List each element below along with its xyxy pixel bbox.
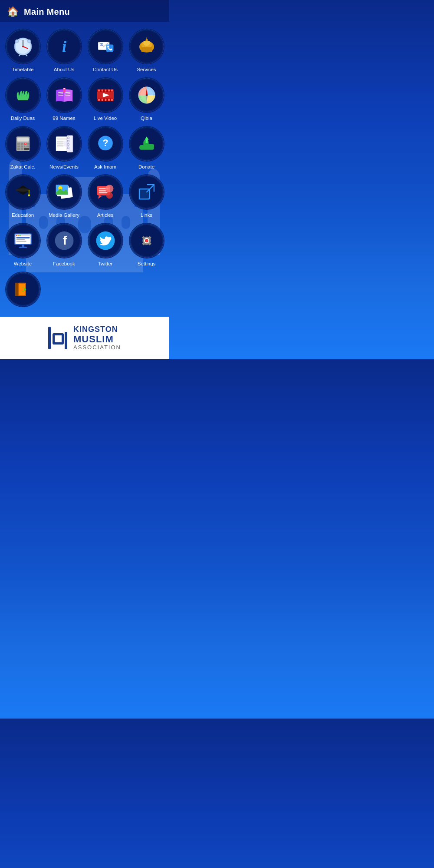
education-icon (7, 176, 39, 208)
svg-line-39 (65, 96, 70, 96)
99-names-label: 99 Names (53, 116, 75, 122)
menu-item-live-video[interactable]: Live Video (87, 77, 124, 122)
svg-point-109 (106, 192, 112, 199)
svg-rect-68 (20, 145, 23, 147)
links-icon (131, 176, 162, 208)
menu-item-media-gallery[interactable]: Media Gallery (46, 174, 82, 219)
svg-rect-102 (56, 192, 68, 195)
logo-bar-left (48, 327, 51, 349)
svg-rect-66 (27, 142, 29, 145)
ask-imam-icon: ? (90, 128, 121, 159)
menu-item-more[interactable] (4, 272, 41, 310)
articles-label: Articles (97, 212, 114, 219)
svg-point-18 (15, 40, 19, 43)
menu-item-ask-imam[interactable]: ? Ask Imam (87, 126, 124, 170)
svg-rect-106 (99, 190, 106, 192)
svg-text:f: f (62, 234, 67, 247)
svg-rect-51 (101, 99, 103, 101)
svg-rect-48 (108, 89, 110, 92)
menu-item-timetable[interactable]: Timetable (4, 29, 41, 73)
svg-rect-71 (17, 148, 20, 150)
svg-rect-131 (19, 284, 25, 295)
services-label: Services (137, 67, 156, 73)
zakat-calc-label: Zakat Calc. (10, 164, 35, 170)
svg-point-117 (17, 235, 19, 236)
svg-text:?: ? (102, 137, 108, 148)
contact-us-label: Contact Us (93, 67, 118, 73)
settings-label: Settings (138, 261, 156, 267)
menu-item-settings[interactable]: Settings (128, 223, 165, 267)
logo-square (53, 333, 64, 345)
articles-icon (90, 176, 121, 208)
svg-text:@: @ (99, 42, 103, 46)
menu-item-services[interactable]: Services (128, 29, 165, 73)
donate-icon (131, 128, 162, 159)
menu-item-99-names[interactable]: 99 Names (46, 77, 82, 122)
menu-grid: Timetable i About Us @ Contact Us Servic… (0, 22, 169, 317)
contact-us-icon: @ (90, 31, 121, 62)
svg-rect-47 (105, 89, 106, 92)
svg-line-37 (65, 92, 70, 93)
menu-item-qibla[interactable]: Qibla (128, 77, 165, 122)
menu-item-facebook[interactable]: f Facebook (46, 223, 82, 267)
svg-rect-46 (101, 89, 103, 92)
menu-item-daily-duas[interactable]: Daily Duas (4, 77, 41, 122)
menu-item-links[interactable]: Links (128, 174, 165, 219)
svg-line-34 (58, 92, 63, 93)
svg-text:×: × (25, 145, 26, 147)
live-video-icon (90, 80, 121, 111)
facebook-icon: f (49, 225, 80, 256)
services-icon (131, 31, 162, 62)
timetable-label: Timetable (12, 67, 33, 73)
svg-rect-62 (17, 137, 28, 141)
svg-rect-79 (57, 143, 63, 144)
svg-rect-123 (19, 247, 26, 248)
menu-item-twitter[interactable]: Twitter (87, 223, 124, 267)
svg-point-118 (19, 235, 20, 236)
menu-item-education[interactable]: Education (4, 174, 41, 219)
svg-rect-31 (141, 47, 152, 52)
menu-item-donate[interactable]: Donate (128, 126, 165, 170)
footer-text: KINGSTON MUSLIM ASSOCIATION (73, 325, 121, 351)
footer-brand-line1: KINGSTON (73, 325, 121, 334)
svg-point-94 (28, 195, 30, 197)
settings-icon (131, 225, 162, 256)
footer: KINGSTON MUSLIM ASSOCIATION (0, 317, 169, 359)
website-label: Website (14, 261, 32, 267)
svg-rect-64 (20, 142, 23, 145)
svg-point-129 (145, 240, 148, 242)
media-gallery-icon (49, 176, 80, 208)
svg-point-32 (145, 39, 148, 41)
app-header: 🏠 Main Menu (0, 0, 169, 22)
svg-point-41 (63, 88, 65, 89)
svg-point-108 (105, 185, 113, 193)
svg-rect-115 (15, 235, 30, 237)
svg-rect-25 (106, 44, 113, 52)
footer-brand-line2: MUSLIM (73, 334, 121, 345)
links-label: Links (141, 212, 152, 219)
svg-rect-52 (105, 99, 106, 101)
svg-point-60 (145, 94, 148, 96)
menu-item-website[interactable]: Website (4, 223, 41, 267)
home-icon[interactable]: 🏠 (7, 6, 19, 17)
svg-rect-121 (16, 241, 26, 242)
svg-text:i: i (62, 37, 66, 55)
timetable-icon (7, 31, 39, 62)
education-label: Education (12, 212, 34, 219)
svg-point-116 (16, 235, 17, 236)
svg-point-30 (143, 40, 150, 46)
svg-rect-119 (16, 237, 30, 239)
menu-item-contact-us[interactable]: @ Contact Us (87, 29, 124, 73)
svg-rect-80 (57, 145, 63, 146)
twitter-label: Twitter (98, 261, 113, 267)
svg-text:+: + (25, 142, 26, 144)
svg-point-19 (27, 40, 30, 43)
menu-item-news-events[interactable]: News/Events (46, 126, 82, 170)
twitter-icon (90, 225, 121, 256)
menu-item-about-us[interactable]: i About Us (46, 29, 82, 73)
svg-rect-73 (24, 148, 29, 150)
svg-line-21 (26, 54, 27, 56)
menu-item-zakat-calc[interactable]: + × Zakat Calc. (4, 126, 41, 170)
menu-item-articles[interactable]: Articles (87, 174, 124, 219)
daily-duas-label: Daily Duas (11, 116, 35, 122)
